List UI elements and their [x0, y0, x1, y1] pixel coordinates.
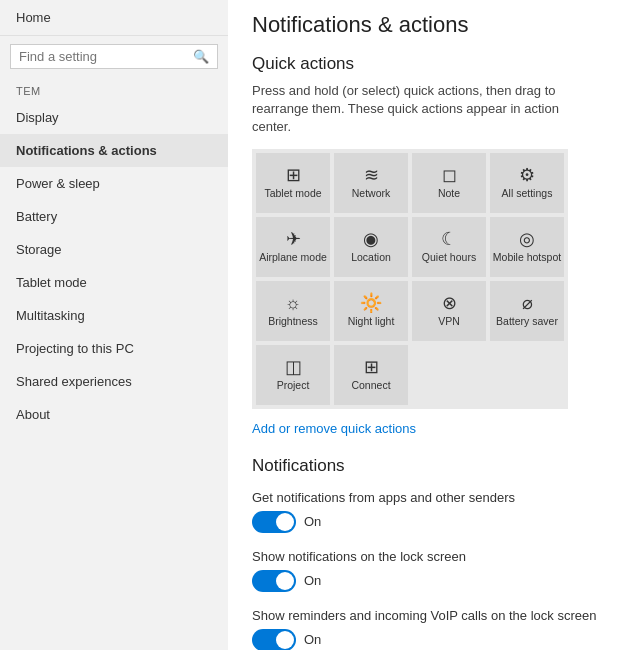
all-settings-icon: ⚙: [519, 166, 535, 184]
notif-label-1: Show notifications on the lock screen: [252, 549, 601, 564]
notif-row-2: Show reminders and incoming VoIP calls o…: [252, 608, 601, 650]
sidebar-item-about[interactable]: About: [0, 398, 228, 431]
airplane-mode-icon: ✈: [286, 230, 301, 248]
toggle-state-2: On: [304, 632, 321, 647]
qa-label: Brightness: [268, 316, 318, 328]
qa-item-mobile-hotspot[interactable]: ◎Mobile hotspot: [490, 217, 564, 277]
qa-item-project[interactable]: ◫Project: [256, 345, 330, 405]
qa-label: Battery saver: [496, 316, 558, 328]
vpn-icon: ⊗: [442, 294, 457, 312]
sidebar-section-label: tem: [0, 77, 228, 101]
toggle-knob-1: [276, 572, 294, 590]
qa-item-brightness[interactable]: ☼Brightness: [256, 281, 330, 341]
qa-label: Tablet mode: [264, 188, 321, 200]
search-input[interactable]: [19, 49, 193, 64]
qa-label: Network: [352, 188, 391, 200]
notif-label-0: Get notifications from apps and other se…: [252, 490, 601, 505]
qa-label: Project: [277, 380, 310, 392]
night-light-icon: 🔆: [360, 294, 382, 312]
sidebar-item-display[interactable]: Display: [0, 101, 228, 134]
toggle-row-2: On: [252, 629, 601, 650]
qa-label: Note: [438, 188, 460, 200]
sidebar-item-multitasking[interactable]: Multitasking: [0, 299, 228, 332]
note-icon: ◻: [442, 166, 457, 184]
sidebar-home[interactable]: Home: [0, 0, 228, 36]
qa-label: Location: [351, 252, 391, 264]
toggle-0[interactable]: [252, 511, 296, 533]
toggle-row-1: On: [252, 570, 601, 592]
page-title: Notifications & actions: [252, 0, 601, 38]
qa-item-quiet-hours[interactable]: ☾Quiet hours: [412, 217, 486, 277]
battery-saver-icon: ⌀: [522, 294, 533, 312]
search-icon: 🔍: [193, 49, 209, 64]
qa-label: Night light: [348, 316, 395, 328]
project-icon: ◫: [285, 358, 302, 376]
qa-label: Mobile hotspot: [493, 252, 561, 264]
quiet-hours-icon: ☾: [441, 230, 457, 248]
sidebar-items: DisplayNotifications & actionsPower & sl…: [0, 101, 228, 431]
quick-actions-title: Quick actions: [252, 54, 601, 74]
toggle-state-1: On: [304, 573, 321, 588]
toggle-state-0: On: [304, 514, 321, 529]
connect-icon: ⊞: [364, 358, 379, 376]
qa-item-note[interactable]: ◻Note: [412, 153, 486, 213]
qa-item-tablet-mode[interactable]: ⊞Tablet mode: [256, 153, 330, 213]
sidebar-item-notifications---actions[interactable]: Notifications & actions: [0, 134, 228, 167]
qa-item-vpn[interactable]: ⊗VPN: [412, 281, 486, 341]
tablet-mode-icon: ⊞: [286, 166, 301, 184]
qa-item-all-settings[interactable]: ⚙All settings: [490, 153, 564, 213]
qa-item-network[interactable]: ≋Network: [334, 153, 408, 213]
toggle-row-0: On: [252, 511, 601, 533]
sidebar-item-tablet-mode[interactable]: Tablet mode: [0, 266, 228, 299]
main-content: Notifications & actions Quick actions Pr…: [228, 0, 625, 650]
toggle-1[interactable]: [252, 570, 296, 592]
sidebar-item-shared-experiences[interactable]: Shared experiences: [0, 365, 228, 398]
sidebar-item-power---sleep[interactable]: Power & sleep: [0, 167, 228, 200]
search-box[interactable]: 🔍: [10, 44, 218, 69]
qa-item-connect[interactable]: ⊞Connect: [334, 345, 408, 405]
sidebar: Home 🔍 tem DisplayNotifications & action…: [0, 0, 228, 650]
network-icon: ≋: [364, 166, 379, 184]
toggle-2[interactable]: [252, 629, 296, 650]
notifications-title: Notifications: [252, 456, 601, 476]
notifications-rows: Get notifications from apps and other se…: [252, 490, 601, 650]
location-icon: ◉: [363, 230, 379, 248]
brightness-icon: ☼: [285, 294, 302, 312]
qa-label: Connect: [351, 380, 390, 392]
quick-actions-grid: ⊞Tablet mode≋Network◻Note⚙All settings✈A…: [252, 149, 568, 409]
notif-row-1: Show notifications on the lock screenOn: [252, 549, 601, 592]
add-remove-link[interactable]: Add or remove quick actions: [252, 421, 601, 436]
notif-label-2: Show reminders and incoming VoIP calls o…: [252, 608, 601, 623]
mobile-hotspot-icon: ◎: [519, 230, 535, 248]
toggle-knob-0: [276, 513, 294, 531]
qa-label: VPN: [438, 316, 460, 328]
sidebar-item-projecting-to-this-pc[interactable]: Projecting to this PC: [0, 332, 228, 365]
sidebar-item-battery[interactable]: Battery: [0, 200, 228, 233]
sidebar-item-storage[interactable]: Storage: [0, 233, 228, 266]
qa-label: Airplane mode: [259, 252, 327, 264]
toggle-knob-2: [276, 631, 294, 649]
qa-item-airplane-mode[interactable]: ✈Airplane mode: [256, 217, 330, 277]
notif-row-0: Get notifications from apps and other se…: [252, 490, 601, 533]
qa-item-location[interactable]: ◉Location: [334, 217, 408, 277]
qa-item-battery-saver[interactable]: ⌀Battery saver: [490, 281, 564, 341]
qa-label: Quiet hours: [422, 252, 476, 264]
qa-label: All settings: [502, 188, 553, 200]
qa-item-night-light[interactable]: 🔆Night light: [334, 281, 408, 341]
quick-actions-desc: Press and hold (or select) quick actions…: [252, 82, 601, 137]
